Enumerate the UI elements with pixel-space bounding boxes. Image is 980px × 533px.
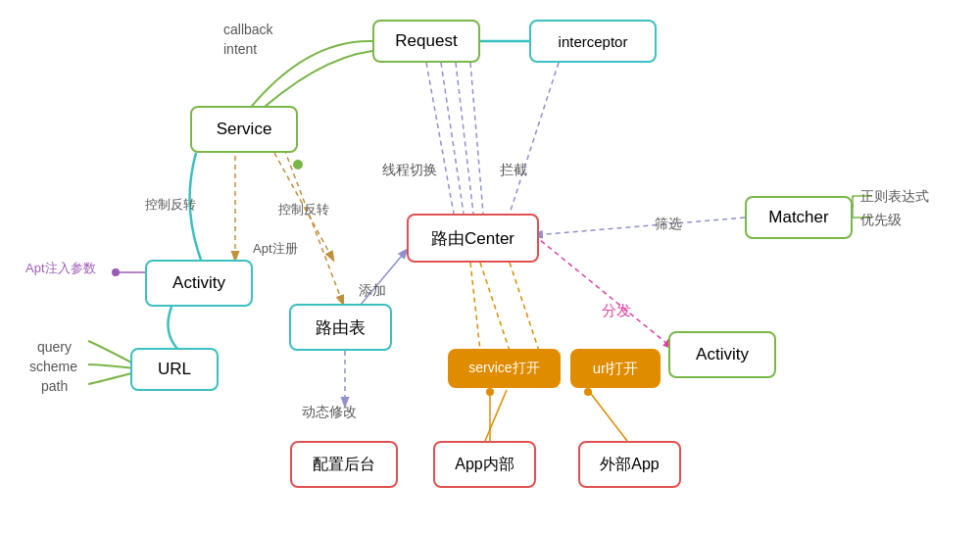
node-activity-left[interactable]: Activity: [145, 260, 253, 307]
label-kongzhi1: 控制反转: [145, 196, 196, 214]
node-url-open[interactable]: url打开: [570, 349, 661, 388]
svg-line-22: [485, 390, 507, 441]
node-route-center[interactable]: 路由Center: [407, 214, 539, 263]
node-config-backend[interactable]: 配置后台: [290, 441, 398, 488]
node-request[interactable]: Request: [372, 20, 480, 63]
label-intent: intent: [223, 41, 257, 57]
label-shaixuan: 筛选: [655, 216, 682, 233]
svg-line-3: [456, 63, 473, 214]
svg-line-11: [534, 218, 745, 235]
svg-point-24: [293, 160, 303, 170]
svg-line-5: [510, 63, 559, 214]
label-query: query: [37, 339, 72, 355]
node-service-open[interactable]: service打开: [448, 349, 561, 388]
label-apt-zhuce: Apt注册: [253, 240, 298, 258]
label-youxianji: 优先级: [860, 212, 902, 229]
svg-line-4: [470, 63, 483, 214]
svg-point-21: [584, 388, 592, 396]
node-service[interactable]: Service: [190, 106, 298, 153]
label-tianjia: 添加: [359, 282, 386, 300]
label-xiancheng: 线程切换: [382, 162, 437, 179]
svg-line-1: [426, 63, 454, 214]
label-scheme: scheme: [29, 359, 77, 374]
label-apt-param: Apt注入参数: [25, 260, 96, 277]
node-app-inner[interactable]: App内部: [433, 441, 536, 488]
node-url[interactable]: URL: [130, 348, 219, 391]
label-path: path: [41, 378, 68, 394]
node-route-table[interactable]: 路由表: [289, 304, 392, 351]
label-fenfa: 分发: [602, 302, 631, 320]
node-matcher[interactable]: Matcher: [745, 196, 853, 239]
svg-line-20: [588, 390, 627, 441]
svg-line-16: [510, 263, 539, 351]
diagram: Request interceptor Service 路由Center Mat…: [0, 0, 980, 533]
svg-line-7: [284, 149, 343, 304]
node-activity-right[interactable]: Activity: [668, 331, 776, 378]
label-lanjie: 拦截: [500, 162, 527, 179]
svg-line-2: [441, 63, 464, 214]
svg-line-17: [534, 235, 672, 348]
svg-point-19: [486, 388, 494, 396]
svg-line-14: [470, 263, 480, 351]
node-external-app[interactable]: 外部App: [578, 441, 681, 488]
svg-point-9: [112, 268, 120, 276]
node-interceptor[interactable]: interceptor: [529, 20, 657, 63]
label-kongzhi2: 控制反转: [278, 201, 329, 218]
label-dongtai: 动态修改: [302, 404, 357, 421]
label-callback: callback: [223, 22, 273, 37]
svg-line-15: [480, 263, 510, 351]
label-zhengze: 正则表达式: [860, 188, 929, 206]
